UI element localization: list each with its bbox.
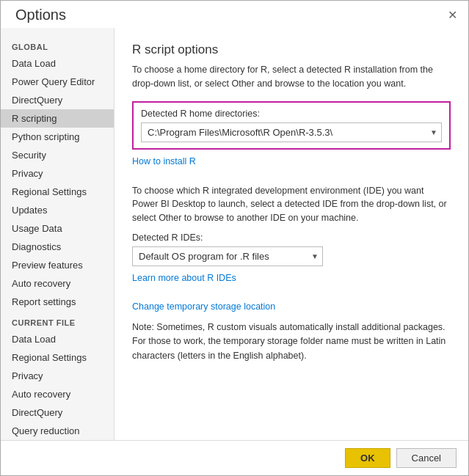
content-area: R script options To choose a home direct…	[114, 28, 468, 440]
install-r-link[interactable]: How to install R	[132, 156, 196, 166]
ide-dropdown-wrapper: Default OS program for .R files ▼	[132, 246, 323, 266]
sidebar-item-diagnostics[interactable]: Diagnostics	[1, 238, 114, 256]
options-dialog: Options ✕ GLOBAL Data LoadPower Query Ed…	[0, 0, 469, 476]
home-dir-group: Detected R home directories: C:\Program …	[132, 101, 451, 150]
sidebar-current-item-query-reduction[interactable]: Query reduction	[1, 422, 114, 440]
sidebar-item-data-load[interactable]: Data Load	[1, 54, 114, 73]
current-file-section-label: CURRENT FILE	[1, 311, 114, 330]
sidebar-item-privacy[interactable]: Privacy	[1, 164, 114, 183]
sidebar-item-report-settings[interactable]: Report settings	[1, 293, 114, 311]
title-bar: Options ✕	[1, 1, 468, 28]
sidebar-item-usage-data[interactable]: Usage Data	[1, 219, 114, 238]
dialog-body: GLOBAL Data LoadPower Query EditorDirect…	[1, 28, 468, 440]
ide-dropdown[interactable]: Default OS program for .R files	[132, 246, 323, 266]
ide-label: Detected R IDEs:	[132, 232, 451, 243]
ide-link[interactable]: Learn more about R IDEs	[132, 273, 236, 283]
sidebar-item-preview-features[interactable]: Preview features	[1, 256, 114, 274]
home-dir-dropdown-wrapper: C:\Program Files\Microsoft\R Open\R-3.5.…	[141, 122, 442, 142]
content-description: To choose a home directory for R, select…	[132, 63, 451, 91]
global-section-label: GLOBAL	[1, 35, 114, 54]
home-dir-label: Detected R home directories:	[141, 109, 442, 119]
ok-button[interactable]: OK	[345, 448, 390, 468]
sidebar-current-item-data-load[interactable]: Data Load	[1, 330, 114, 348]
close-button[interactable]: ✕	[445, 8, 459, 23]
sidebar-item-r-scripting[interactable]: R scripting	[1, 109, 114, 128]
sidebar-current-item-privacy[interactable]: Privacy	[1, 367, 114, 385]
sidebar-current-item-regional-settings[interactable]: Regional Settings	[1, 348, 114, 367]
dialog-title: Options	[15, 7, 66, 23]
sidebar-item-directquery[interactable]: DirectQuery	[1, 91, 114, 109]
sidebar-item-auto-recovery[interactable]: Auto recovery	[1, 274, 114, 293]
sidebar-item-regional-settings[interactable]: Regional Settings	[1, 183, 114, 201]
sidebar-current-item-auto-recovery[interactable]: Auto recovery	[1, 385, 114, 403]
sidebar-current-item-directquery[interactable]: DirectQuery	[1, 403, 114, 422]
home-dir-dropdown[interactable]: C:\Program Files\Microsoft\R Open\R-3.5.…	[141, 122, 442, 142]
sidebar: GLOBAL Data LoadPower Query EditorDirect…	[1, 28, 114, 440]
storage-link[interactable]: Change temporary storage location	[132, 301, 275, 312]
sidebar-item-python-scripting[interactable]: Python scripting	[1, 128, 114, 146]
sidebar-item-updates[interactable]: Updates	[1, 201, 114, 219]
dialog-footer: OK Cancel	[1, 440, 468, 475]
content-title: R script options	[132, 43, 451, 57]
ide-description: To choose which R integrated development…	[132, 184, 451, 225]
storage-note: Note: Sometimes, R custom visuals automa…	[132, 321, 451, 363]
sidebar-item-security[interactable]: Security	[1, 146, 114, 164]
sidebar-item-power-query-editor[interactable]: Power Query Editor	[1, 73, 114, 91]
cancel-button[interactable]: Cancel	[396, 448, 457, 468]
